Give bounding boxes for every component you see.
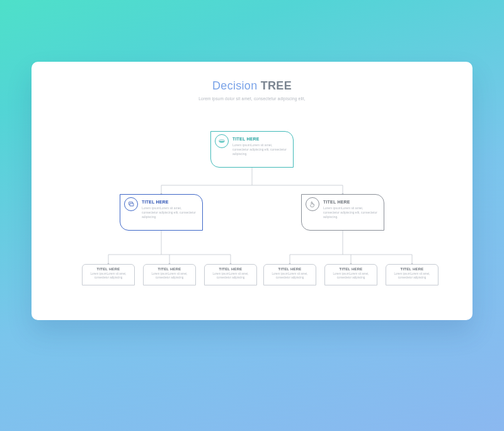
tree-leaf-node: TITEL HERE Lorem ipsumLorem sit amet, co… <box>324 264 377 285</box>
node-body: Lorem ipsumLorem sit amet, consectetur a… <box>85 272 132 280</box>
node-body: Lorem ipsumLorem sit amet, consectetur a… <box>146 272 193 280</box>
node-body: Lorem ipsumLorem sit amet, consectetur a… <box>232 143 287 156</box>
hand-icon <box>306 197 319 211</box>
node-title: TITEL HERE <box>232 137 287 141</box>
node-title: TITEL HERE <box>142 200 196 204</box>
node-title: TITEL HERE <box>389 267 435 271</box>
tree-leaf-node: TITEL HERE Lorem ipsumLorem sit amet, co… <box>143 264 196 285</box>
node-body: Lorem ipsumLorem sit amet, consectetur a… <box>207 272 254 280</box>
tree-leaf-node: TITEL HERE Lorem ipsumLorem sit amet, co… <box>82 264 135 285</box>
slide-card: Decision TREE Lorem ipsum dolor sit amet… <box>32 62 472 320</box>
node-body: Lorem ipsumLorem sit amet, consectetur a… <box>389 272 435 280</box>
node-title: TITEL HERE <box>85 267 132 271</box>
tree-leaf-node: TITEL HERE Lorem ipsumLorem sit amet, co… <box>386 264 438 285</box>
node-body: Lorem ipsumLorem sit amet, consectetur a… <box>328 272 374 280</box>
node-title: TITEL HERE <box>328 267 374 271</box>
node-body: Lorem ipsumLorem sit amet, consectetur a… <box>323 206 377 219</box>
title-part-1: Decision <box>212 79 261 92</box>
page-title: Decision TREE <box>32 79 472 93</box>
title-part-2: TREE <box>261 79 292 92</box>
bowl-icon <box>215 134 229 148</box>
tree-child-node-1: TITEL HERE Lorem ipsumLorem sit amet, co… <box>120 194 203 231</box>
tree-root-node: TITEL HERE Lorem ipsumLorem sit amet, co… <box>210 131 294 168</box>
page-subtitle: Lorem ipsum dolor sit amet, consectetur … <box>32 96 472 101</box>
header: Decision TREE Lorem ipsum dolor sit amet… <box>32 79 472 101</box>
tree-child-node-2: TITEL HERE Lorem ipsumLorem sit amet, co… <box>301 194 384 231</box>
node-body: Lorem ipsumLorem sit amet, consectetur a… <box>266 272 313 280</box>
node-title: TITEL HERE <box>323 200 377 204</box>
node-title: TITEL HERE <box>266 267 313 271</box>
tree-leaf-node: TITEL HERE Lorem ipsumLorem sit amet, co… <box>263 264 316 285</box>
layers-icon <box>124 197 138 211</box>
node-title: TITEL HERE <box>146 267 193 271</box>
svg-rect-18 <box>130 204 134 207</box>
node-body: Lorem ipsumLorem sit amet, consectetur a… <box>142 206 196 219</box>
node-title: TITEL HERE <box>207 267 254 271</box>
tree-leaf-node: TITEL HERE Lorem ipsumLorem sit amet, co… <box>204 264 257 285</box>
